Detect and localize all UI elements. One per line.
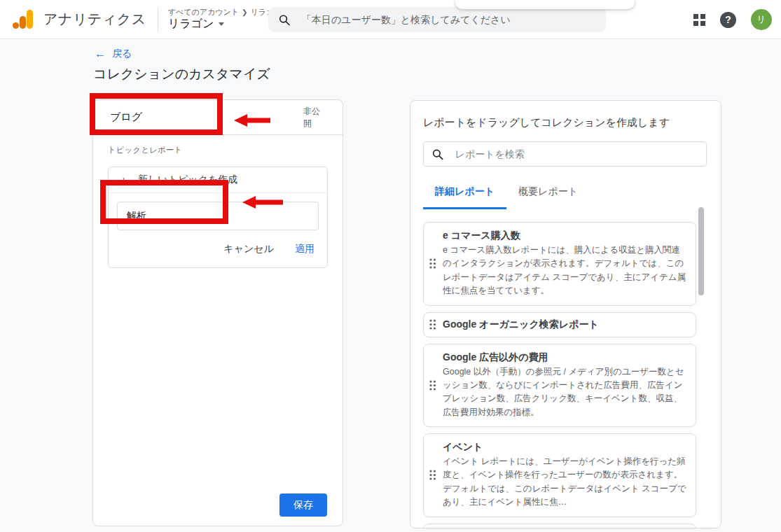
logo-bar-mid <box>20 16 26 29</box>
grid-square <box>693 14 698 19</box>
library-title: レポートをドラッグしてコレクションを作成します <box>423 116 708 130</box>
report-title: Google 広告以外の費用 <box>443 351 687 364</box>
toast-remnant <box>455 0 635 9</box>
annotation-arrow-collection-name <box>234 114 270 127</box>
report-text: イベント イベント レポートには、ユーザーがイベント操作を行った頻度と、イベント… <box>443 441 687 510</box>
account-breadcrumb: すべてのアカウント❯リラゴン リラゴン <box>168 8 282 31</box>
breadcrumb-chevron-icon: ❯ <box>242 8 247 16</box>
product-name: アナリティクス <box>43 10 146 29</box>
collection-editor-card: ブログ 非公開 トピックとレポート ＋ 新しいトピックを作成 キャンセル 適用 … <box>92 99 343 526</box>
topics-section-label: トピックとレポート <box>108 145 328 155</box>
back-link[interactable]: ← 戻る <box>95 48 132 60</box>
global-search-input[interactable] <box>300 13 595 26</box>
grid-square <box>700 21 705 26</box>
cancel-button[interactable]: キャンセル <box>223 243 274 255</box>
drag-handle-icon[interactable] <box>429 258 436 270</box>
annotation-arrow-topic-name <box>242 196 283 209</box>
report-search-bar[interactable] <box>423 141 707 167</box>
search-icon <box>279 14 290 26</box>
breadcrumb: すべてのアカウント❯リラゴン <box>168 8 282 18</box>
drag-handle-icon[interactable] <box>429 318 436 330</box>
header-actions: ? リ <box>693 0 772 39</box>
apps-grid-icon[interactable] <box>693 14 705 26</box>
breadcrumb-root[interactable]: すべてのアカウント <box>168 8 239 16</box>
analytics-customize-collection-screen: アナリティクス すべてのアカウント❯リラゴン リラゴン ? リ <box>0 0 781 532</box>
report-card-events[interactable]: イベント イベント レポートには、ユーザーがイベント操作を行った頻度と、イベント… <box>423 433 696 517</box>
report-library-card: レポートをドラッグしてコレクションを作成します 詳細レポート 概要レポート e … <box>410 100 721 528</box>
report-text: Google 広告以外の費用 Google 以外（手動）の参照元 / メディア別… <box>443 351 687 420</box>
annotation-box-topic-name <box>100 180 228 224</box>
avatar[interactable]: リ <box>751 9 772 30</box>
report-text: Google オーガニック検索レポート <box>443 318 599 331</box>
grid-square <box>693 21 698 26</box>
tab-detail-reports[interactable]: 詳細レポート <box>423 186 506 209</box>
report-title: e コマース購入数 <box>443 230 687 242</box>
annotation-box-collection-name <box>90 93 223 135</box>
save-button[interactable]: 保存 <box>279 493 327 517</box>
help-icon[interactable]: ? <box>720 12 736 28</box>
page-title: コレクションのカスタマイズ <box>93 65 270 83</box>
scrollbar-thumb[interactable] <box>698 207 704 295</box>
grid-square <box>700 14 705 19</box>
logo-dot <box>13 22 19 29</box>
apply-button[interactable]: 適用 <box>295 243 315 255</box>
report-text: e コマース購入数 e コマース購入数レポートには、購入による収益と購入関連のイ… <box>443 230 687 298</box>
google-analytics-logo-icon[interactable] <box>13 10 34 29</box>
report-description: e コマース購入数レポートには、購入による収益と購入関連のインタラクションが表示… <box>443 244 687 298</box>
report-description: イベント レポートには、ユーザーがイベント操作を行った頻度と、イベント操作を行っ… <box>443 455 687 510</box>
account-selector-label: リラゴン <box>168 17 214 31</box>
drag-handle-icon[interactable] <box>429 379 436 391</box>
search-icon <box>432 148 443 160</box>
report-card-ecommerce[interactable]: e コマース購入数 e コマース購入数レポートには、購入による収益と購入関連のイ… <box>423 222 696 306</box>
back-label: 戻る <box>112 48 132 60</box>
report-list: e コマース購入数 e コマース購入数レポートには、購入による収益と購入関連のイ… <box>423 222 708 528</box>
drag-handle-icon[interactable] <box>429 469 436 481</box>
app-header: アナリティクス すべてのアカウント❯リラゴン リラゴン ? リ <box>0 0 781 39</box>
report-title: イベント <box>443 441 687 454</box>
report-card-organic-search[interactable]: Google オーガニック検索レポート <box>423 312 696 337</box>
report-description: Google 以外（手動）の参照元 / メディア別のユーザー数とセッション数、な… <box>443 365 687 420</box>
global-search-bar[interactable] <box>268 7 606 32</box>
report-title: Google オーガニック検索レポート <box>443 318 599 331</box>
visibility-status: 非公開 <box>303 106 326 128</box>
report-tabs: 詳細レポート 概要レポート <box>423 186 708 209</box>
logo-bar-tall <box>27 10 33 29</box>
report-card-non-google-cost[interactable]: Google 広告以外の費用 Google 以外（手動）の参照元 / メディア別… <box>423 344 696 428</box>
account-selector[interactable]: リラゴン <box>168 17 282 31</box>
chevron-down-icon <box>219 22 224 26</box>
topic-editor-actions: キャンセル 適用 <box>109 230 327 267</box>
report-card-audience[interactable]: オーディエンス ユーザー レポートには、ウェブサイトまたはアプリでのユーザーのエ… <box>423 524 696 529</box>
tab-overview-reports[interactable]: 概要レポート <box>506 186 590 209</box>
report-search-input[interactable] <box>454 148 698 160</box>
back-arrow-icon: ← <box>95 48 106 60</box>
header-divider <box>158 8 158 31</box>
